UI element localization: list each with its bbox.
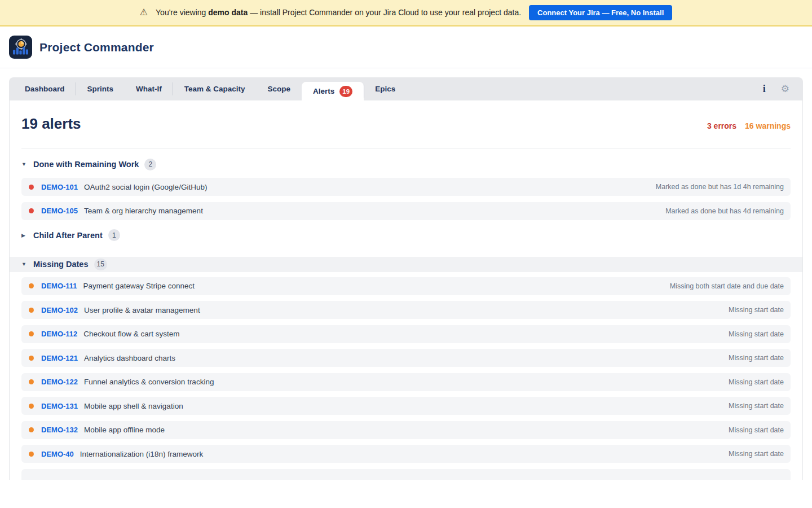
alert-message: Missing start date [729,306,784,314]
alert-list: DEMO-101OAuth2 social login (Google/GitH… [21,178,791,220]
alert-section-child-after-parent: ▶Child After Parent1 [21,228,791,243]
chevron-down-icon: ▼ [21,261,33,267]
alert-message: Marked as done but has 4d remaining [665,207,784,215]
connect-jira-button[interactable]: Connect Your Jira — Free, No Install [529,5,672,20]
demo-banner: ⚠ You're viewing demo data — install Pro… [0,0,812,27]
alert-row[interactable] [21,469,791,480]
warning-dot-icon [29,308,34,313]
section-title: Child After Parent [33,231,103,240]
alerts-summary-row: 19 alerts 3 errors 16 warnings [21,115,791,133]
alert-section-missing-dates: ▼Missing Dates15DEMO-111Payment gateway … [21,257,791,480]
alert-message: Missing start date [729,354,784,362]
banner-text-bold: demo data [208,8,248,17]
tab-what-if[interactable]: What-If [125,77,173,100]
alert-message: Missing start date [729,330,784,338]
warning-dot-icon [29,283,34,288]
tab-sprints[interactable]: Sprints [76,77,125,100]
tab-label: Epics [375,85,395,93]
tab-label: What-If [136,85,162,93]
alert-message: Missing start date [729,450,784,458]
warning-dot-icon [29,331,34,336]
issue-summary: Mobile app offline mode [84,426,165,434]
chevron-down-icon: ▼ [21,161,33,167]
error-dot-icon [29,185,34,190]
issue-summary: Payment gateway Stripe connect [83,282,195,290]
issue-key[interactable]: DEMO-40 [41,450,74,458]
issue-key[interactable]: DEMO-121 [41,354,78,362]
warning-dot-icon [29,356,34,361]
alert-message: Missing both start date and due date [670,282,784,290]
info-icon[interactable]: i [763,83,766,95]
alert-row[interactable]: DEMO-122Funnel analytics & conversion tr… [21,373,791,391]
issue-summary: Internationalization (i18n) framework [80,450,203,458]
issue-key[interactable]: DEMO-122 [41,378,78,386]
issue-key[interactable]: DEMO-112 [41,330,77,338]
issue-key[interactable]: DEMO-111 [41,282,77,290]
issue-key[interactable]: DEMO-102 [41,306,78,314]
warnings-count: 16 warnings [745,121,791,130]
alert-message: Marked as done but has 1d 4h remaining [656,183,784,191]
tab-team-capacity[interactable]: Team & Capacity [173,77,257,100]
alerts-panel: 19 alerts 3 errors 16 warnings ▼Done wit… [9,100,803,480]
page-title: 19 alerts [21,115,81,133]
warning-dot-icon [29,379,34,384]
error-dot-icon [29,208,34,213]
tab-dashboard[interactable]: Dashboard [14,77,76,100]
section-title: Done with Remaining Work [33,160,139,169]
section-count-badge: 15 [94,259,107,270]
tab-bar-icons: i ⚙ [763,77,789,100]
issue-summary: Analytics dashboard charts [84,354,175,362]
section-count-badge: 1 [108,229,120,241]
alert-row[interactable]: DEMO-121Analytics dashboard chartsMissin… [21,349,791,367]
alert-row[interactable]: DEMO-111Payment gateway Stripe connectMi… [21,277,791,295]
chevron-right-icon: ▶ [21,233,33,238]
alert-row[interactable]: DEMO-102User profile & avatar management… [21,301,791,319]
issue-key[interactable]: DEMO-101 [41,183,78,191]
app-title: Project Commander [39,41,154,54]
tab-label: Sprints [87,85,114,93]
alert-message: Missing start date [729,426,784,434]
alert-message: Missing start date [729,378,784,386]
tab-label: Scope [268,85,291,93]
tab-label: Dashboard [25,85,65,93]
tab-label: Team & Capacity [184,85,245,93]
app-logo-icon [9,36,32,59]
warning-dot-icon [29,404,34,409]
section-header-done-with-remaining-work[interactable]: ▼Done with Remaining Work2 [21,157,791,172]
issue-summary: Checkout flow & cart system [83,330,179,338]
tab-label: Alerts [313,87,334,95]
tab-alerts[interactable]: Alerts19 [302,82,364,100]
issue-summary: Mobile app shell & navigation [84,402,183,410]
tab-bar: DashboardSprintsWhat-IfTeam & CapacitySc… [9,77,803,100]
alert-row[interactable]: DEMO-112Checkout flow & cart systemMissi… [21,325,791,343]
tab-scope[interactable]: Scope [257,77,302,100]
section-title: Missing Dates [33,260,89,269]
warning-dot-icon [29,427,34,432]
alert-list: DEMO-111Payment gateway Stripe connectMi… [21,277,791,480]
alert-message: Missing start date [729,402,784,410]
issue-summary: Funnel analytics & conversion tracking [84,378,214,386]
issue-key[interactable]: DEMO-105 [41,207,78,215]
issue-key[interactable]: DEMO-131 [41,402,78,410]
issue-summary: Team & org hierarchy management [84,207,203,215]
issue-key[interactable]: DEMO-132 [41,426,78,434]
alert-row[interactable]: DEMO-101OAuth2 social login (Google/GitH… [21,178,791,196]
alert-row[interactable]: DEMO-132Mobile app offline modeMissing s… [21,421,791,439]
alert-row[interactable]: DEMO-105Team & org hierarchy managementM… [21,202,791,220]
banner-text-prefix: You're viewing [156,8,208,17]
issue-summary: OAuth2 social login (Google/GitHub) [84,183,207,191]
warning-dot-icon [29,452,34,457]
alert-row[interactable]: DEMO-131Mobile app shell & navigationMis… [21,397,791,415]
banner-text-suffix: — install Project Commander on your Jira… [248,8,521,17]
section-count-badge: 2 [144,159,156,170]
settings-gear-icon[interactable]: ⚙ [781,84,789,94]
tab-epics[interactable]: Epics [364,77,407,100]
section-header-missing-dates[interactable]: ▼Missing Dates15 [10,257,802,272]
section-header-child-after-parent[interactable]: ▶Child After Parent1 [21,228,791,243]
alerts-count-badge: 19 [339,86,352,97]
warning-icon: ⚠ [140,8,148,17]
alert-sections: ▼Done with Remaining Work2DEMO-101OAuth2… [21,148,791,480]
banner-text: You're viewing demo data — install Proje… [156,8,521,17]
errors-count: 3 errors [707,121,736,130]
alert-row[interactable]: DEMO-40Internationalization (i18n) frame… [21,445,791,463]
